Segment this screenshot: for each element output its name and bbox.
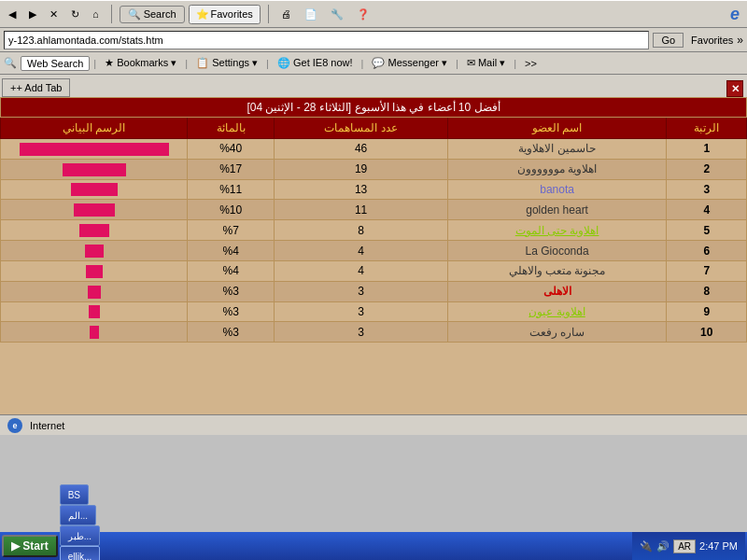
bar-cell [1,200,188,220]
status-text: Internet [30,420,64,431]
stat-bar [88,286,101,299]
help-button[interactable]: ❓ [352,6,374,23]
percent-cell: %3 [188,281,275,301]
getie8-icon: 🌐 [277,57,290,68]
settings-button[interactable]: 📋 Settings ▾ [191,55,262,71]
internet-icon: e [7,418,22,433]
name-link[interactable]: اهلاوية حتى الموت [515,224,599,237]
start-button[interactable]: ▶ Start [2,535,58,557]
forward-icon: ▶ [29,8,36,21]
address-input[interactable] [4,31,649,49]
taskbar-item[interactable]: ellik... [60,546,101,560]
page-button[interactable]: 📄 [300,6,322,23]
taskbar-item[interactable]: الم... [60,505,96,525]
name-cell[interactable]: اهلاوية عيون [447,301,667,322]
refresh-button[interactable]: ↻ [66,6,84,23]
search-icon: 🔍 [128,8,141,21]
back-button[interactable]: ◀ [4,6,21,23]
messenger-icon: 💬 [372,57,385,68]
address-bar: Go Favorites » [0,28,747,52]
status-bar: e Internet [0,414,747,435]
name-link[interactable]: banota [540,183,574,196]
name-cell[interactable]: اهلاوية حتى الموت [447,220,667,241]
tools-button[interactable]: 🔧 [326,6,348,23]
name-link[interactable]: مجنونة متعب والاهلي [509,264,606,277]
favorites-text: Favorites [691,35,733,46]
network-icon: 🔌 [640,540,653,553]
name-cell[interactable]: الاهلى [447,281,667,301]
search-label: Search [144,8,176,20]
stop-icon: ✕ [49,8,58,21]
stop-button[interactable]: ✕ [45,6,63,23]
table-title: أفضل 10 أعضاء في هذا الأسبوع [الثلاثاء 2… [1,98,747,118]
language-button[interactable]: AR [673,539,696,553]
messenger-button[interactable]: 💬 Messenger ▾ [367,55,452,71]
name-link[interactable]: ساره رفعت [529,326,585,339]
bar-cell [1,220,188,241]
search-button[interactable]: 🔍 Search [120,6,185,23]
percent-cell: %10 [188,200,275,220]
stats-table: أفضل 10 أعضاء في هذا الأسبوع [الثلاثاء 2… [0,97,747,343]
name-link[interactable]: golden heart [526,203,588,217]
count-cell: 3 [275,281,447,301]
close-tab-button[interactable]: ✕ [726,80,743,97]
more-links-button[interactable]: >> [520,56,542,71]
table-row: 5اهلاوية حتى الموت8%7 [1,220,747,241]
percent-cell: %40 [188,139,275,160]
table-row: 4golden heart11%10 [1,200,747,220]
help-icon: ❓ [357,8,370,21]
favorites-button[interactable]: ⭐ Favorites [189,5,261,24]
count-cell: 4 [275,260,447,281]
bar-cell [1,241,188,261]
taskbar-item[interactable]: BS [60,484,89,505]
name-link[interactable]: اهلاوية عيون [529,305,585,318]
home-icon: ⌂ [92,8,99,20]
bar-cell [1,139,188,160]
table-row: 2اهلاوية موووووون19%17 [1,159,747,179]
getie8-button[interactable]: 🌐 Get IE8 now! [273,55,358,71]
mail-button[interactable]: ✉ Mail ▾ [462,55,510,71]
name-link[interactable]: حاسمين الاهلاوية [518,142,595,155]
bar-cell [1,281,188,301]
main-content: أفضل 10 أعضاء في هذا الأسبوع [الثلاثاء 2… [0,97,747,414]
separator2: | [185,58,188,69]
table-row: 6La Gioconda4%4 [1,241,747,261]
name-link[interactable]: La Gioconda [526,245,589,258]
name-link[interactable]: اهلاوية موووووون [517,162,597,175]
name-cell[interactable]: ساره رفعت [447,322,667,343]
forward-button[interactable]: ▶ [24,6,41,23]
magnifier-icon: 🔍 [4,57,17,69]
separator4: | [361,58,364,69]
separator3: | [266,58,269,69]
name-cell[interactable]: حاسمين الاهلاوية [447,139,667,160]
links-bar: 🔍 Web Search | ★ Bookmarks ▾ | 📋 Setting… [0,52,747,75]
websearch-button[interactable]: Web Search [21,56,90,71]
name-cell[interactable]: مجنونة متعب والاهلي [447,260,667,281]
name-cell[interactable]: golden heart [447,200,667,220]
bookmarks-label: Bookmarks ▾ [117,57,176,68]
count-cell: 11 [275,200,447,220]
go-button[interactable]: Go [653,33,684,48]
star-icon: ⭐ [196,8,209,21]
favorites-label: Favorites [211,8,253,20]
name-cell[interactable]: اهلاوية موووووون [447,159,667,179]
bookmarks-button[interactable]: ★ Bookmarks ▾ [100,55,181,71]
header-bar: الرسم البياني [1,118,188,139]
count-cell: 8 [275,220,447,241]
navigation-toolbar: ◀ ▶ ✕ ↻ ⌂ 🔍 Search ⭐ Favorites 🖨 📄 🔧 ❓ e [0,0,747,28]
rank-cell: 10 [667,322,747,343]
add-tab-button[interactable]: + + Add Tab [2,78,70,97]
header-name: اسم العضو [447,118,667,139]
rank-cell: 7 [667,260,747,281]
settings-icon: 📋 [196,57,209,68]
name-link[interactable]: الاهلى [543,285,571,298]
print-button[interactable]: 🖨 [276,6,296,22]
home-button[interactable]: ⌂ [88,6,104,22]
taskbar-item[interactable]: طبر... [60,525,100,546]
name-cell[interactable]: La Gioconda [447,241,667,261]
tools-icon: 🔧 [331,8,344,21]
percent-cell: %3 [188,322,275,343]
bar-cell [1,322,188,343]
name-cell[interactable]: banota [447,179,667,200]
tab-bar: + + Add Tab ✕ [0,75,747,97]
